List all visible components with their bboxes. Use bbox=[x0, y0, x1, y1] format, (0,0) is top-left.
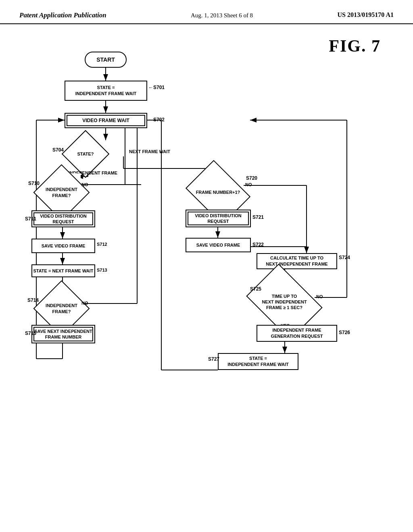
s724-label: S724 bbox=[339, 255, 350, 260]
s720-no: NO bbox=[245, 182, 252, 187]
next-frame-wait-label: NEXT FRAME WAIT bbox=[129, 149, 170, 154]
s701-label: ←S701 bbox=[148, 85, 165, 90]
header-left: Patent Application Publication bbox=[19, 11, 106, 19]
header-right: US 2013/0195170 A1 bbox=[337, 11, 394, 19]
start-node: START bbox=[85, 52, 127, 68]
s710-diamond: INDEPENDENTFRAME? bbox=[42, 173, 81, 212]
s725-label: S725 bbox=[250, 286, 261, 292]
s710-no: NO bbox=[81, 182, 88, 187]
s713-label: S713 bbox=[97, 268, 107, 272]
s711-label: S711 bbox=[25, 216, 36, 222]
s722-label: S722 bbox=[252, 242, 264, 247]
s713-box: STATE = NEXT FRAME WAIT bbox=[31, 264, 95, 277]
s727-box: STATE =INDEPENDENT FRAME WAIT bbox=[218, 353, 298, 370]
s727-label: S727 bbox=[208, 356, 219, 362]
s726-box: INDEPENDENT FRAMEGENERATION REQUEST bbox=[257, 325, 337, 342]
s712-box: SAVE VIDEO FRAME bbox=[31, 239, 95, 253]
s721-box: VIDEO DISTRIBUTIONREQUEST bbox=[186, 210, 251, 227]
diagram-area: FIG. 7 bbox=[0, 28, 413, 512]
s710-label: S710 bbox=[28, 181, 40, 186]
fig-title: FIG. 7 bbox=[329, 36, 381, 56]
s715-label: S715 bbox=[25, 330, 36, 336]
s701-box: STATE =INDEPENDENT FRAME WAIT bbox=[65, 81, 147, 101]
page-header: Patent Application Publication Aug. 1, 2… bbox=[0, 0, 413, 24]
s726-label: S726 bbox=[339, 330, 350, 335]
s725-diamond: TIME UP TONEXT INDEPENDENTFRAME ≥ 1 SEC? bbox=[254, 280, 315, 324]
s702-box: VIDEO FRAME WAIT bbox=[65, 113, 147, 128]
s725-no: NO bbox=[316, 294, 323, 299]
s704-label: S704 bbox=[52, 147, 64, 153]
s714-diamond: INDEPENDENTFRAME? bbox=[42, 289, 81, 328]
s720-label-text: S720 bbox=[246, 175, 257, 181]
s720-diamond: FRAME NUMBER+1? bbox=[193, 173, 243, 212]
s715-box: SAVE NEXT INDEPENDENTFRAME NUMBER bbox=[31, 325, 95, 343]
s702-label: ←S702 bbox=[148, 117, 165, 123]
s714-no: NO bbox=[81, 301, 88, 305]
s711-box: VIDEO DISTRIBUTIONREQUEST bbox=[31, 210, 95, 227]
s704-diamond: STATE? bbox=[69, 138, 102, 170]
s721-label: S721 bbox=[252, 214, 264, 220]
s712-label: S712 bbox=[97, 242, 107, 247]
s724-box: CALCULATE TIME UP TONEXT INDEPENDENT FRA… bbox=[257, 253, 337, 269]
header-center: Aug. 1, 2013 Sheet 6 of 8 bbox=[191, 11, 253, 19]
s714-label: S714 bbox=[27, 297, 39, 303]
s722-box: SAVE VIDEO FRAME bbox=[186, 238, 251, 252]
